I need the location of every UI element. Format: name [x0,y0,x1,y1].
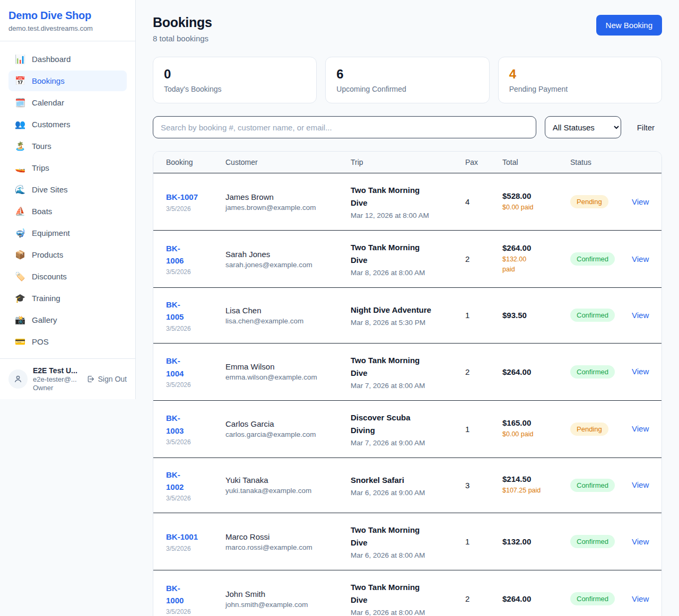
booking-number-link[interactable]: BK-1001 [166,531,219,543]
trip-name: Two Tank Morning Dive [351,354,459,380]
paid-amount: $0.00 paid [502,429,564,439]
total-cell: $264.00 [502,594,570,603]
table-row: BK- 1004 3/5/2026 Emma Wilson emma.wilso… [153,344,661,401]
sidebar-item[interactable]: 📸 Gallery [8,310,127,330]
booking-number-link[interactable]: BK- 1000 [166,582,219,607]
sidebar-item-label: Equipment [32,228,70,237]
booking-date: 3/5/2026 [166,205,219,213]
sidebar-item[interactable]: ⛵ Boats [8,201,127,222]
total-cell: $93.50 [502,311,570,320]
booking-cell: BK- 1004 3/5/2026 [166,355,225,389]
sidebar-item[interactable]: 🌊 Dive Sites [8,179,127,200]
col-header-status: Status [570,152,632,173]
pax-value: 3 [465,481,502,490]
sidebar-item-label: Dashboard [32,55,71,64]
sidebar-item[interactable]: 🚤 Trips [8,157,127,178]
sidebar-item[interactable]: 🤿 Equipment [8,223,127,243]
sign-out-label: Sign Out [98,375,127,383]
sidebar-item[interactable]: 🏝️ Tours [8,136,127,156]
sidebar-item[interactable]: 🎓 Training [8,288,127,309]
sidebar-item-label: Discounts [32,272,67,281]
user-meta: E2E Test U... e2e-tester@... Owner [33,366,81,392]
trip-name: Two Tank Morning Dive [351,241,459,267]
table-row: BK-1007 3/5/2026 James Brown james.brown… [153,173,661,231]
booking-number-link[interactable]: BK- 1003 [166,412,219,437]
status-badge: Pending [570,195,608,208]
total-cell: $528.00 $0.00 paid [502,191,570,213]
customer-cell: Yuki Tanaka yuki.tanaka@example.com [225,476,351,495]
avatar [8,369,28,389]
user-role: Owner [33,384,81,392]
status-cell: Confirmed [570,365,632,379]
pax-value: 2 [465,367,502,376]
sign-out-icon [86,375,95,383]
view-link[interactable]: View [632,254,649,263]
customer-name: Yuki Tanaka [225,476,344,485]
booking-number-link[interactable]: BK- 1006 [166,242,219,267]
stat-card: 4 Pending Payment [498,57,662,103]
sidebar-item[interactable]: 💳 POS [8,331,127,352]
status-select[interactable]: All Statuses [545,116,621,138]
sidebar-item-label: Gallery [32,315,57,324]
customer-name: Marco Rossi [225,532,344,541]
sidebar-item-label: Tours [32,142,51,151]
sidebar-item[interactable]: 🏷️ Discounts [8,266,127,287]
user-email: e2e-tester@... [33,375,81,383]
bookings-table: Booking Customer Trip Pax Total Status B… [153,151,662,616]
search-input[interactable] [153,116,536,138]
view-link[interactable]: View [632,424,649,433]
booking-number-link[interactable]: BK-1007 [166,191,219,203]
booking-cell: BK- 1006 3/5/2026 [166,242,225,276]
sidebar-item-label: Dive Sites [32,185,68,194]
stat-value: 4 [509,67,651,82]
booking-cell: BK-1007 3/5/2026 [166,191,225,212]
view-link[interactable]: View [632,480,649,489]
sidebar-item[interactable]: 📦 Products [8,244,127,265]
new-booking-button[interactable]: New Booking [596,15,662,36]
sidebar-item-label: Boats [32,207,52,216]
table-row: BK- 1005 3/5/2026 Lisa Chen lisa.chen@ex… [153,288,661,344]
page-title: Bookings [153,15,212,30]
sidebar-item[interactable]: 🗓️ Calendar [8,92,127,113]
stat-value: 0 [164,67,306,82]
booking-number-link[interactable]: BK- 1005 [166,298,219,323]
total-amount: $165.00 [502,418,564,427]
booking-number-link[interactable]: BK- 1004 [166,355,219,380]
stat-card: 0 Today's Bookings [153,57,317,103]
customer-name: Lisa Chen [225,306,344,315]
customer-cell: Marco Rossi marco.rossi@example.com [225,532,351,551]
sidebar-item[interactable]: 📊 Dashboard [8,49,127,69]
customer-name: John Smith [225,589,344,599]
pos-icon: 💳 [15,337,25,347]
status-cell: Confirmed [570,479,632,492]
user-icon [13,374,23,384]
stat-label: Today's Bookings [164,85,306,93]
col-header-customer: Customer [225,152,351,173]
total-amount: $264.00 [502,594,564,603]
sidebar-item-label: Calendar [32,98,64,107]
table-row: BK- 1000 3/5/2026 John Smith john.smith@… [153,570,661,616]
sidebar-item[interactable]: 👥 Customers [8,114,127,135]
sign-out-button[interactable]: Sign Out [86,375,127,383]
customer-cell: Sarah Jones sarah.jones@example.com [225,250,351,269]
status-cell: Confirmed [570,252,632,266]
user-name: E2E Test U... [33,366,81,375]
view-link[interactable]: View [632,537,649,546]
total-cell: $264.00 $132.00 paid [502,243,570,275]
pax-value: 1 [465,425,502,434]
trip-cell: Two Tank Morning Dive Mar 7, 2026 at 8:0… [351,354,465,390]
sidebar-item[interactable]: 📅 Bookings [8,71,127,91]
total-amount: $214.50 [502,474,564,483]
customer-email: yuki.tanaka@example.com [225,487,344,495]
view-link[interactable]: View [632,367,649,376]
dive-sites-icon: 🌊 [15,184,25,195]
view-link[interactable]: View [632,197,649,206]
filter-button[interactable]: Filter [630,119,662,136]
status-cell: Confirmed [570,309,632,322]
view-link[interactable]: View [632,311,649,320]
sidebar-item-label: Training [32,294,60,303]
view-link[interactable]: View [632,594,649,603]
status-badge: Pending [570,423,608,436]
booking-number-link[interactable]: BK- 1002 [166,469,219,494]
col-header-trip: Trip [351,152,465,173]
